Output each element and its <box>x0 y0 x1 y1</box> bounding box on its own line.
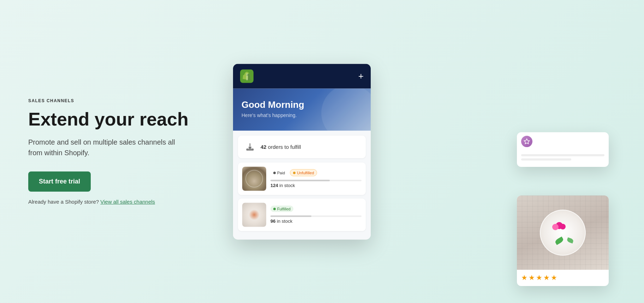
leaf-2 <box>566 237 574 243</box>
insta-avatar <box>521 136 532 147</box>
star-2: ★ <box>529 273 535 282</box>
flower-petal-2 <box>552 224 559 230</box>
stock-text-1: 124 in stock <box>270 183 362 188</box>
flower-petal-3 <box>560 224 566 229</box>
add-button[interactable]: + <box>358 71 364 82</box>
leaf <box>554 237 564 245</box>
greeting-title: Good Morning <box>242 99 362 110</box>
orders-count: 42 <box>261 144 267 150</box>
orders-bar: 42 orders to fulfill <box>238 135 366 158</box>
stock-count-2: 96 <box>270 218 275 224</box>
insta-header <box>517 132 609 151</box>
stock-label-1: in stock <box>279 183 295 188</box>
badge-unfulfilled: Unfulfilled <box>290 169 317 176</box>
stock-bar-fill-2 <box>270 216 311 217</box>
caption-line-1 <box>521 154 604 156</box>
stock-count-1: 124 <box>270 183 278 188</box>
product-thumbnail-2 <box>242 203 266 227</box>
caption-lines <box>517 151 609 167</box>
stock-bar-bg-2 <box>270 216 362 217</box>
svg-rect-0 <box>246 73 248 80</box>
stock-bar-container-2: 96 in stock <box>270 216 362 224</box>
badge-row-2: Fulfilled <box>270 206 362 212</box>
badge-fulfilled: Fulfilled <box>270 206 293 212</box>
subheadline: Promote and sell on multiple sales chann… <box>28 137 177 158</box>
product-info-1: Paid Unfulfilled 124 in stock <box>270 169 362 188</box>
plate-decoration-1 <box>245 170 263 187</box>
already-text: Already have a Shopify store? View all s… <box>28 199 212 205</box>
admin-body: 42 orders to fulfill Paid Unfulfilled <box>233 130 371 239</box>
stock-bar-fill-1 <box>270 180 330 181</box>
view-channels-link[interactable]: View all sales channels <box>100 199 155 205</box>
stock-bar-bg-1 <box>270 180 362 181</box>
orders-icon <box>244 141 256 152</box>
flower-arrangement <box>552 222 573 243</box>
star-5: ★ <box>551 273 557 282</box>
eyebrow: SALES CHANNELS <box>28 98 212 103</box>
star-4: ★ <box>543 273 550 282</box>
svg-marker-1 <box>524 139 530 144</box>
admin-greeting: Good Morning Here's what's happening. <box>233 88 371 130</box>
plate-with-flowers <box>540 210 586 256</box>
badge-row-1: Paid Unfulfilled <box>270 169 362 176</box>
stock-label-2: in stock <box>277 218 292 224</box>
shopify-admin-mockup: + Good Morning Here's what's happening. … <box>233 64 371 239</box>
food-review-card: ★ ★ ★ ★ ★ <box>517 196 609 286</box>
admin-header: + <box>233 64 371 88</box>
flower-plate-image <box>517 196 609 270</box>
caption-line-2 <box>521 158 571 161</box>
star-1: ★ <box>521 273 527 282</box>
shopify-logo <box>240 69 254 83</box>
greeting-sub: Here's what's happening. <box>242 112 362 118</box>
headline: Extend your reach <box>28 110 212 129</box>
orders-to: to fulfill <box>285 144 301 150</box>
star-3: ★ <box>536 273 542 282</box>
product-info-2: Fulfilled 96 in stock <box>270 206 362 224</box>
stars-row: ★ ★ ★ ★ ★ <box>517 270 609 286</box>
orders-suffix: orders <box>267 144 283 150</box>
start-free-trial-button[interactable]: Start free trial <box>28 171 91 192</box>
product-thumbnail-1 <box>242 167 266 191</box>
right-mockups: + Good Morning Here's what's happening. … <box>212 0 616 303</box>
badge-paid: Paid <box>270 169 288 176</box>
left-content: SALES CHANNELS Extend your reach Promote… <box>28 98 212 205</box>
page-wrapper: SALES CHANNELS Extend your reach Promote… <box>0 0 644 303</box>
already-label: Already have a Shopify store? <box>28 199 100 205</box>
orders-text: 42 orders to fulfill <box>261 144 301 150</box>
product-card-1: Paid Unfulfilled 124 in stock <box>238 162 366 195</box>
instagram-card-top: ♥ <box>517 132 609 167</box>
spice-marks <box>249 209 260 220</box>
product-card-2: Fulfilled 96 in stock <box>238 198 366 231</box>
stock-text-2: 96 in stock <box>270 218 362 224</box>
stock-bar-container-1: 124 in stock <box>270 180 362 188</box>
